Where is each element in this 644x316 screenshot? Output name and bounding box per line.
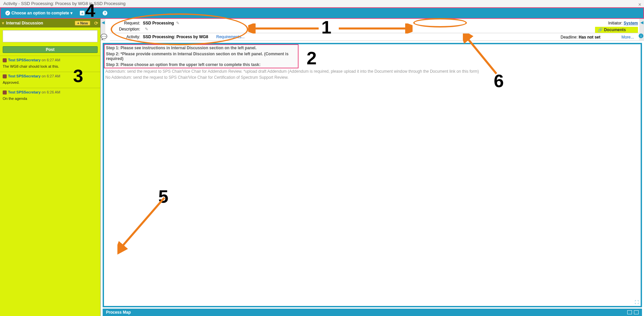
expand-icon[interactable]: ⛶: [635, 300, 639, 305]
chat-bubble-icon: 💬: [101, 34, 107, 40]
left-panel: ▾ Internal Discussion + New ⟳ Post Test …: [0, 19, 101, 316]
chevron-down-icon: ▾: [70, 11, 72, 15]
window-title: Activity - SSD Processing: Process by WG…: [3, 1, 125, 6]
close-icon[interactable]: ×: [638, 1, 641, 8]
pencil-icon[interactable]: ✎: [145, 27, 148, 31]
save-icon: ＋: [80, 11, 85, 15]
toolbar: ✓ Choose an option to complete ▾ ＋ Save …: [0, 7, 644, 19]
comment-text: On the agenda: [3, 97, 98, 101]
new-comment-button[interactable]: + New: [75, 21, 90, 25]
initiator-block: Initiator: System 🔗 Documents: [595, 21, 638, 33]
requirements-link[interactable]: Requirements...: [216, 35, 245, 39]
request-label: Request:: [110, 21, 140, 25]
comment-textarea[interactable]: [3, 30, 98, 42]
refresh-icon[interactable]: ⟳: [94, 20, 98, 26]
more-link[interactable]: More...: [622, 35, 634, 40]
no-addendum-note: No Addendum: send the request to SPS Cha…: [104, 74, 641, 80]
deadline-block: Deadline: Has not set: [560, 35, 600, 40]
description-label: Description:: [110, 27, 140, 31]
process-map-title: Process Map: [106, 310, 131, 315]
documents-label: Documents: [604, 27, 626, 32]
comment-item: Test SPSSecretary on 6:27 AMThe WG8 chai…: [0, 56, 100, 72]
comment-time: on 6:27 AM: [42, 74, 60, 78]
form-area: Request: SSD Processing ✎ Description: ✎…: [101, 19, 644, 41]
activity-value: SSD Processing: Process by WG8: [143, 35, 208, 39]
user-icon: [3, 90, 7, 94]
process-map-bar[interactable]: Process Map: [103, 309, 642, 316]
addendum-note: Addendum: send the request to SPS Chair/…: [104, 68, 641, 74]
help-icon: ?: [103, 11, 107, 15]
steps-box: Step 1: Please see instructions in Inter…: [104, 44, 299, 68]
user-icon: [3, 74, 7, 78]
pencil-icon[interactable]: ✎: [176, 21, 179, 25]
window-titlebar: Activity - SSD Processing: Process by WG…: [0, 0, 644, 7]
comment-time: on 6:26 AM: [42, 90, 60, 94]
discussion-header: ▾ Internal Discussion + New ⟳: [0, 19, 100, 27]
discussion-title: Internal Discussion: [6, 21, 43, 25]
comment-item: Test SPSSecretary on 6:27 AMApproved.: [0, 72, 100, 88]
save-button[interactable]: ＋ Save: [78, 9, 97, 17]
comment-item: Test SPSSecretary on 6:26 AMOn the agend…: [0, 88, 100, 104]
comment-author[interactable]: Test SPSSecretary: [8, 58, 41, 62]
paperclip-icon: 🔗: [598, 27, 603, 32]
deadline-label: Deadline:: [560, 35, 578, 40]
step-3: Step 3: Please choose an option from the…: [105, 62, 298, 68]
content-box: Step 1: Please see instructions in Inter…: [103, 43, 642, 307]
check-icon: ✓: [5, 11, 10, 15]
choose-option-label: Choose an option to complete: [11, 11, 69, 15]
activity-label: Activity:: [110, 35, 140, 39]
comment-text: The WG8 chair should look at this.: [3, 64, 98, 68]
comment-author[interactable]: Test SPSSecretary: [8, 74, 41, 78]
initiator-link[interactable]: System: [624, 21, 638, 25]
window-icon[interactable]: [627, 310, 632, 314]
initiator-label: Initiator:: [608, 21, 623, 25]
step-1: Step 1: Please see instructions in Inter…: [105, 45, 298, 51]
maximize-icon[interactable]: [634, 310, 639, 314]
user-icon: [3, 58, 7, 62]
comment-time: on 6:27 AM: [42, 58, 60, 62]
comment-text: Approved.: [3, 80, 98, 84]
chevron-down-icon[interactable]: ▾: [2, 21, 4, 25]
step-2: Step 2: *Please provide comments in Inte…: [105, 51, 298, 62]
choose-option-button[interactable]: ✓ Choose an option to complete ▾: [3, 9, 74, 17]
right-panel: ◀ ◀ i Request: SSD Processing ✎ Descript…: [101, 19, 644, 316]
request-value: SSD Processing: [143, 21, 174, 25]
save-label: Save: [86, 11, 95, 15]
post-button[interactable]: Post: [3, 46, 98, 53]
comment-author[interactable]: Test SPSSecretary: [8, 90, 41, 94]
help-button[interactable]: ?: [101, 9, 109, 17]
deadline-value: Has not set: [579, 35, 600, 40]
compose-area: [0, 27, 100, 46]
documents-button[interactable]: 🔗 Documents: [595, 27, 638, 33]
